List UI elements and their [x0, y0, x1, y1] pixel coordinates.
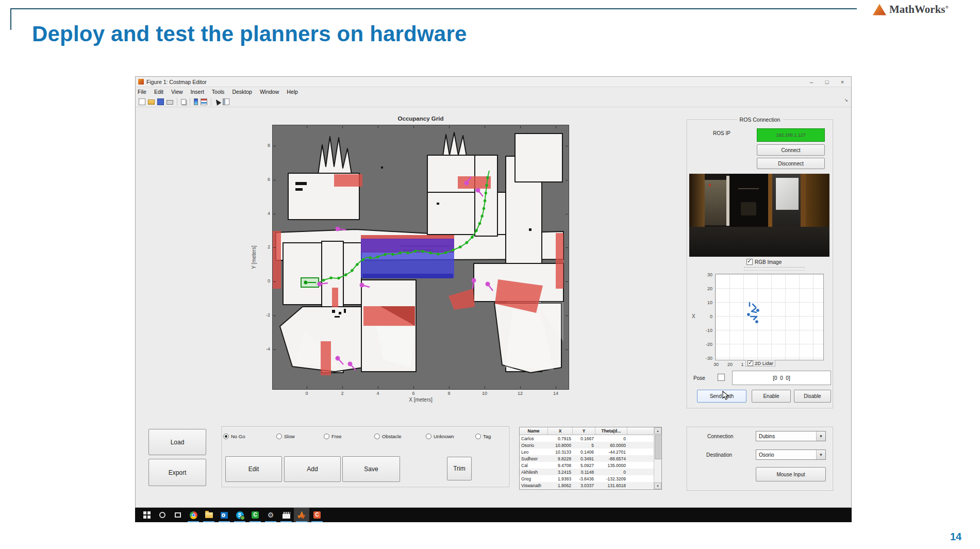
taskbar-item-file-explorer[interactable] — [201, 508, 217, 522]
code-app-icon[interactable]: C — [313, 511, 321, 519]
open-icon[interactable] — [148, 99, 155, 105]
matlab-icon[interactable] — [297, 511, 306, 519]
table-row[interactable]: Greg1.9383-3.8436-132.3209 — [520, 475, 661, 482]
legend-icon[interactable] — [201, 98, 207, 105]
menu-view[interactable]: View — [171, 89, 183, 95]
radio-selected-icon[interactable] — [223, 434, 229, 439]
taskbar-item-task-view[interactable] — [170, 508, 186, 522]
taskbar-item-matlab[interactable] — [294, 508, 309, 522]
print-icon[interactable] — [167, 100, 173, 105]
cortana-search-icon[interactable] — [159, 512, 165, 518]
close-button[interactable]: × — [835, 77, 850, 87]
scrollbar-thumb[interactable] — [655, 435, 662, 459]
load-button[interactable]: Load — [148, 429, 206, 455]
new-figure-icon[interactable] — [139, 98, 145, 105]
scroll-up-icon[interactable]: ▲ — [654, 427, 661, 434]
ros-ip-field[interactable]: 192.168.1.127 — [757, 128, 825, 142]
menu-insert[interactable]: Insert — [191, 89, 204, 95]
occupancy-map-canvas[interactable] — [273, 125, 569, 389]
table-row[interactable]: Osorio10.8000560.0000 — [520, 442, 661, 448]
dock-figure-icon[interactable]: ↘ — [844, 97, 848, 103]
table-row[interactable]: Leo10.31330.1406-44.2701 — [520, 448, 661, 455]
zone-radio-tag[interactable]: Tag — [475, 434, 491, 439]
zone-radio-unknown[interactable]: Unknown — [426, 434, 454, 439]
column-header[interactable]: Theta(d... — [595, 427, 627, 435]
taskbar-item-code-app[interactable]: C — [309, 508, 325, 522]
edit-plot-icon[interactable] — [214, 98, 222, 106]
taskbar-item-cortana-search[interactable] — [155, 508, 170, 522]
mouse-input-button[interactable]: Mouse Input — [756, 467, 826, 481]
add-button[interactable]: Add — [284, 456, 341, 482]
zone-radio-obstacle[interactable]: Obstacle — [374, 434, 402, 439]
zone-radio-no-go[interactable]: No Go — [223, 434, 245, 439]
radio-icon[interactable] — [475, 434, 481, 439]
skype-icon[interactable]: S — [236, 511, 244, 519]
export-button[interactable]: Export — [148, 459, 206, 486]
media-app-icon[interactable] — [283, 512, 290, 519]
column-header[interactable]: X — [548, 427, 573, 435]
task-view-icon[interactable] — [175, 512, 181, 518]
radio-icon[interactable] — [276, 434, 282, 439]
scroll-down-icon[interactable]: ▼ — [654, 483, 661, 489]
lidar-plot[interactable] — [715, 274, 824, 360]
radio-icon[interactable] — [374, 434, 380, 439]
taskbar-item-windows-start[interactable] — [139, 508, 155, 522]
table-row[interactable]: Carlos0.79150.16670 — [520, 435, 661, 442]
copy-icon[interactable] — [181, 99, 186, 105]
menu-desktop[interactable]: Desktop — [232, 89, 252, 95]
menu-file[interactable]: File — [138, 89, 146, 95]
outlook-icon[interactable] — [221, 512, 228, 519]
waypoint-value-cell: -132.3209 — [595, 475, 627, 482]
disable-button[interactable]: Disable — [794, 390, 831, 403]
minimize-button[interactable]: – — [804, 77, 819, 87]
chrome-icon[interactable] — [190, 511, 197, 519]
pose-checkbox[interactable] — [718, 374, 725, 381]
chevron-down-icon[interactable]: ▼ — [816, 431, 825, 441]
menu-edit[interactable]: Edit — [154, 89, 163, 95]
window-titlebar[interactable]: Figure 1: Costmap Editor — [136, 77, 851, 87]
taskbar-item-outlook[interactable] — [217, 508, 232, 522]
checkbox-checked-icon[interactable] — [746, 259, 753, 265]
file-explorer-icon[interactable] — [205, 512, 213, 518]
inspector-icon[interactable] — [223, 98, 229, 105]
trim-button[interactable]: Trim — [447, 457, 472, 480]
table-row[interactable]: Viswanath1.80623.0337131.6018 — [520, 482, 661, 489]
taskbar-item-chrome[interactable] — [186, 508, 201, 522]
table-row[interactable]: Cal9.47085.0927135.0000 — [520, 462, 661, 469]
enable-button[interactable]: Enable — [752, 390, 791, 403]
save-button[interactable]: Save — [342, 456, 400, 482]
menu-help[interactable]: Help — [287, 89, 298, 95]
taskbar-item-skype[interactable]: S — [232, 508, 247, 522]
taskbar-item-settings[interactable]: ⚙ — [263, 508, 278, 522]
connect-button[interactable]: Connect — [757, 144, 825, 156]
zone-radio-free[interactable]: Free — [324, 434, 342, 439]
disconnect-button[interactable]: Disconnect — [757, 158, 825, 169]
column-header[interactable]: Y — [573, 427, 595, 435]
zone-radio-slow[interactable]: Slow — [276, 434, 295, 439]
maximize-button[interactable]: □ — [819, 77, 835, 87]
waypoint-table[interactable]: NameXYTheta(d... Carlos0.79150.16670Osor… — [519, 427, 662, 490]
camtasia-icon[interactable]: C — [252, 511, 259, 519]
table-scrollbar[interactable]: ▲ ▼ — [654, 427, 661, 489]
taskbar-item-media-app[interactable] — [278, 508, 294, 522]
edit-button[interactable]: Edit — [225, 456, 282, 482]
taskbar-item-camtasia[interactable]: C — [247, 508, 263, 522]
menu-tools[interactable]: Tools — [212, 89, 225, 95]
table-row[interactable]: Sudheer9.82290.3491-88.6574 — [520, 455, 661, 462]
menu-window[interactable]: Window — [260, 89, 279, 95]
column-header[interactable]: Name — [520, 427, 548, 435]
connection-dropdown[interactable]: Dubins ▼ — [756, 431, 826, 441]
chevron-down-icon[interactable]: ▼ — [816, 450, 825, 459]
pose-field[interactable]: [0 0 0] — [732, 371, 831, 385]
table-row[interactable]: Akhilesh3.24150.11480 — [520, 469, 661, 475]
destination-dropdown[interactable]: Osorio ▼ — [756, 450, 826, 460]
radio-icon[interactable] — [324, 434, 329, 439]
windows-start-icon[interactable] — [143, 511, 151, 519]
2d-lidar-checkbox[interactable]: 2D Lidar — [745, 360, 775, 367]
rgb-image-checkbox[interactable]: RGB Image — [746, 259, 782, 265]
save-icon[interactable] — [157, 98, 164, 105]
radio-icon[interactable] — [426, 434, 431, 439]
settings-icon[interactable]: ⚙ — [268, 511, 274, 519]
occupancy-map[interactable] — [273, 125, 569, 389]
colorbar-icon[interactable] — [194, 98, 198, 105]
